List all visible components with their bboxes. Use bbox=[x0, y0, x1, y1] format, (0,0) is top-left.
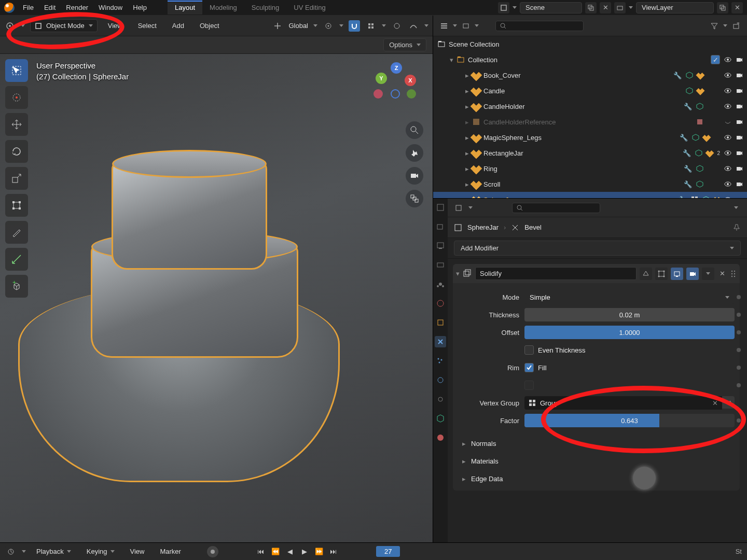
axis-y-icon[interactable]: Y bbox=[376, 73, 387, 84]
breadcrumb-object[interactable]: SphereJar bbox=[467, 223, 499, 231]
tool-measure[interactable] bbox=[5, 248, 28, 271]
tab-layout[interactable]: Layout bbox=[168, 1, 202, 15]
axis-neg-z-icon[interactable] bbox=[391, 89, 400, 99]
camera-icon[interactable] bbox=[736, 118, 743, 125]
tree-item[interactable]: ▸Scroll🔧 bbox=[433, 176, 747, 192]
toggle-realtime[interactable] bbox=[671, 268, 683, 280]
ptab-render[interactable] bbox=[435, 221, 446, 232]
mesh-data-icon[interactable] bbox=[696, 165, 703, 172]
mesh-data-icon[interactable] bbox=[686, 72, 693, 79]
auto-keying-toggle[interactable] bbox=[207, 546, 218, 557]
anim-dot[interactable] bbox=[737, 348, 741, 352]
modifier-icon[interactable]: 🔧 bbox=[684, 165, 692, 173]
scene-name-input[interactable]: Scene bbox=[520, 2, 582, 13]
disclosure-icon[interactable]: ▾ bbox=[456, 270, 460, 277]
tab-modeling[interactable]: Modeling bbox=[202, 1, 244, 15]
ptab-object[interactable] bbox=[435, 317, 446, 328]
ptab-tool[interactable] bbox=[435, 202, 446, 213]
current-frame-input[interactable]: 27 bbox=[376, 546, 400, 557]
tree-item[interactable]: ▸Ring🔧 bbox=[433, 161, 747, 176]
tool-select-box[interactable] bbox=[5, 59, 28, 82]
modifier-icon[interactable]: 🔧 bbox=[684, 103, 692, 110]
menu-edit[interactable]: Edit bbox=[39, 1, 61, 15]
material-icon[interactable] bbox=[696, 87, 705, 95]
eye-icon[interactable] bbox=[724, 196, 731, 198]
modifier-icon[interactable]: 🔧 bbox=[684, 180, 692, 188]
camera-icon[interactable] bbox=[736, 149, 743, 157]
disclosure-icon[interactable]: ▸ bbox=[465, 134, 469, 142]
material-icon[interactable] bbox=[702, 133, 711, 142]
playback-dropdown[interactable]: Playback bbox=[31, 545, 76, 557]
eye-closed-icon[interactable] bbox=[724, 118, 731, 125]
ptab-viewlayer[interactable] bbox=[435, 259, 446, 271]
camera-icon[interactable] bbox=[736, 134, 743, 141]
subpanel-normals[interactable]: ▸Normals bbox=[458, 435, 735, 452]
options-button[interactable] bbox=[730, 202, 742, 214]
ptab-particles[interactable] bbox=[435, 355, 446, 367]
anim-dot[interactable] bbox=[737, 383, 741, 387]
thickness-input[interactable]: 0.02 m bbox=[524, 308, 735, 321]
timeline-marker-menu[interactable]: Marker bbox=[155, 545, 186, 557]
material-icon[interactable] bbox=[706, 149, 714, 158]
outliner-display-dropdown[interactable] bbox=[460, 20, 472, 32]
anim-dot[interactable] bbox=[737, 313, 741, 317]
modifier-icon[interactable]: 🔧 bbox=[679, 196, 687, 199]
modifier-icon[interactable]: 🔧 bbox=[683, 149, 691, 157]
clear-button[interactable]: ✕ bbox=[712, 399, 718, 407]
jump-start-button[interactable]: ⏮ bbox=[255, 547, 267, 557]
anim-dot[interactable] bbox=[737, 418, 741, 423]
menu-render[interactable]: Render bbox=[61, 1, 93, 15]
ptab-modifier[interactable] bbox=[435, 336, 446, 347]
camera-icon[interactable] bbox=[736, 165, 743, 172]
perspective-toggle[interactable] bbox=[406, 190, 423, 207]
camera-icon[interactable] bbox=[736, 103, 743, 110]
tree-scene-collection[interactable]: Scene Collection bbox=[433, 36, 747, 52]
outliner-search-input[interactable] bbox=[495, 21, 584, 31]
modifier-icon[interactable]: 🔧 bbox=[680, 134, 688, 142]
menu-file[interactable]: File bbox=[18, 1, 39, 15]
ptab-world[interactable] bbox=[435, 298, 446, 309]
tree-item[interactable]: ▸Book_Cover🔧 bbox=[433, 67, 747, 83]
offset-input[interactable]: 1.0000 bbox=[524, 326, 735, 339]
timeline-view-menu[interactable]: View bbox=[125, 545, 150, 557]
vertex-group-input[interactable]: Group ✕ bbox=[524, 396, 722, 410]
mesh-data-icon[interactable] bbox=[695, 149, 702, 157]
breadcrumb-modifier[interactable]: Bevel bbox=[524, 223, 542, 231]
axis-neg-y-icon[interactable] bbox=[407, 89, 416, 99]
layer-new-button[interactable] bbox=[717, 2, 728, 13]
modifier-delete-button[interactable]: ✕ bbox=[717, 270, 727, 277]
proportional-falloff[interactable] bbox=[408, 20, 419, 32]
options-dropdown[interactable]: Options bbox=[383, 38, 426, 51]
mode-selector[interactable]: Object Mode bbox=[30, 19, 98, 32]
scene-browse-icon[interactable] bbox=[498, 2, 509, 13]
mesh-data-icon[interactable] bbox=[692, 134, 699, 141]
scene-delete-button[interactable]: ✕ bbox=[600, 2, 611, 13]
timeline-type-dropdown[interactable] bbox=[5, 546, 17, 557]
axis-x-icon[interactable]: X bbox=[405, 75, 416, 86]
camera-button[interactable] bbox=[406, 167, 423, 185]
camera-icon[interactable] bbox=[736, 72, 743, 79]
disclosure-icon[interactable]: ▸ bbox=[465, 87, 469, 95]
modifier-name-input[interactable]: Solidify bbox=[475, 267, 637, 280]
menu-object[interactable]: Object bbox=[195, 19, 225, 33]
vgroup-icon[interactable] bbox=[691, 196, 698, 198]
even-thickness-checkbox[interactable] bbox=[524, 345, 534, 355]
nav-gizmo[interactable]: Z Y X bbox=[372, 62, 420, 110]
disclosure-icon[interactable]: ▾ bbox=[450, 56, 453, 64]
editor-type-dropdown[interactable] bbox=[4, 20, 16, 32]
rim-fill-checkbox[interactable] bbox=[524, 363, 534, 372]
disclosure-icon[interactable]: ▸ bbox=[465, 180, 469, 188]
ptab-physics[interactable] bbox=[435, 374, 446, 386]
tree-item[interactable]: ▸CandleHolder🔧 bbox=[433, 99, 747, 114]
eye-icon[interactable] bbox=[724, 149, 731, 157]
tool-transform[interactable] bbox=[5, 194, 28, 217]
keyframe-prev-button[interactable]: ⏪ bbox=[269, 547, 282, 557]
jump-end-button[interactable]: ⏭ bbox=[327, 547, 340, 557]
disclosure-icon[interactable]: ▸ bbox=[465, 118, 469, 126]
ptab-scene[interactable] bbox=[435, 278, 446, 290]
tool-move[interactable] bbox=[5, 113, 28, 136]
eye-icon[interactable] bbox=[724, 103, 731, 110]
viewport-3d[interactable]: User Perspective (27) Collection | Spher… bbox=[0, 54, 433, 542]
editor-type-dropdown[interactable] bbox=[453, 202, 464, 214]
eye-icon[interactable] bbox=[724, 87, 731, 94]
